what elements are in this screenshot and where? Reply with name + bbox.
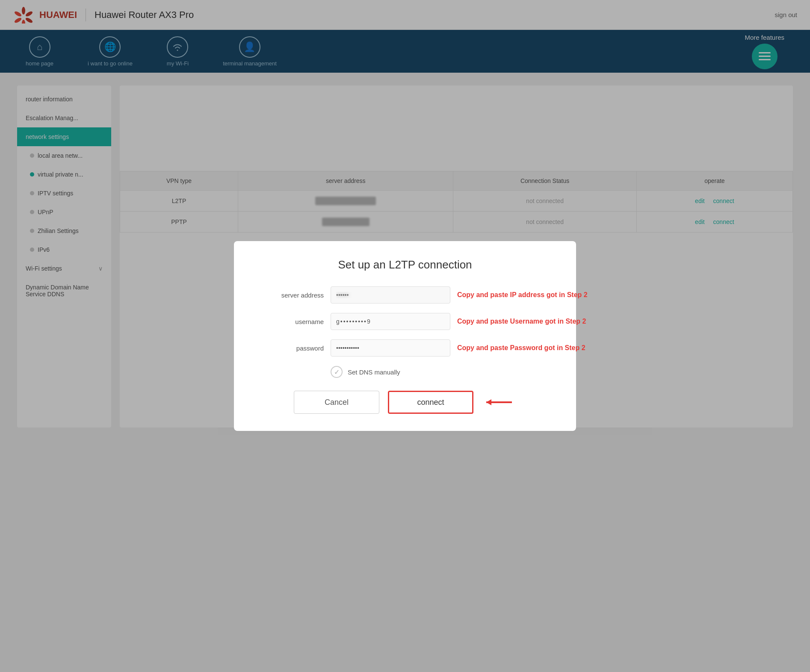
cancel-button[interactable]: Cancel xyxy=(294,391,379,414)
modal-buttons: Cancel connect xyxy=(260,391,550,414)
server-address-hint: Copy and paste IP address got in Step 2 xyxy=(457,291,588,299)
username-hint: Copy and paste Username got in Step 2 xyxy=(457,318,586,325)
password-label: password xyxy=(260,345,324,352)
dns-row: ✓ Set DNS manually xyxy=(331,366,550,378)
password-row: password Copy and paste Password got in … xyxy=(260,339,550,357)
server-address-input[interactable] xyxy=(331,286,450,304)
modal-title: Set up an L2TP connection xyxy=(260,258,550,271)
svg-marker-7 xyxy=(486,399,491,405)
modal-overlay: Set up an L2TP connection server address… xyxy=(0,0,810,672)
password-input[interactable] xyxy=(331,339,450,357)
username-row: username Copy and paste Username got in … xyxy=(260,313,550,330)
arrow-indicator xyxy=(482,396,516,409)
modal-dialog: Set up an L2TP connection server address… xyxy=(234,241,576,431)
username-input[interactable] xyxy=(331,313,450,330)
password-hint: Copy and paste Password got in Step 2 xyxy=(457,344,585,352)
server-address-row: server address Copy and paste IP address… xyxy=(260,286,550,304)
connect-button[interactable]: connect xyxy=(388,391,473,414)
server-address-label: server address xyxy=(260,292,324,299)
dns-label: Set DNS manually xyxy=(348,368,400,376)
dns-checkbox[interactable]: ✓ xyxy=(331,366,343,378)
username-label: username xyxy=(260,318,324,325)
